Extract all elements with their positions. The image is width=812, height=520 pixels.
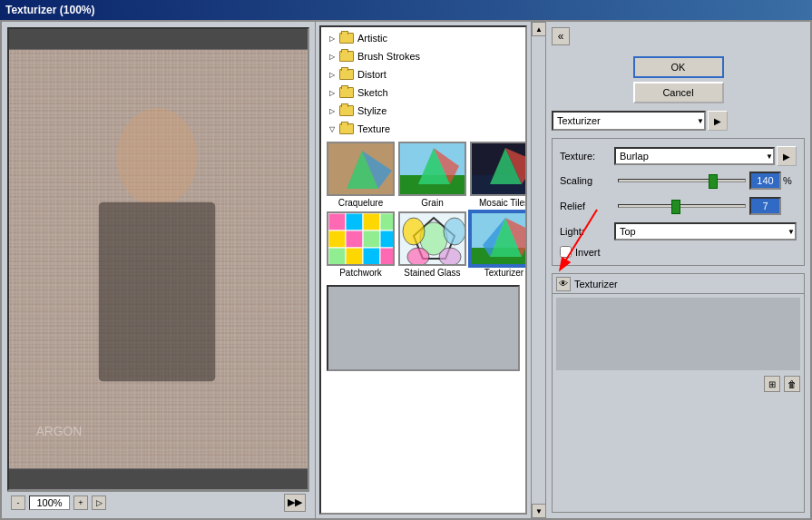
thumbnail-stained-glass[interactable]: Stained Glass xyxy=(398,211,466,278)
light-select-wrapper: Top Top Right Right Bottom Right Bottom … xyxy=(614,222,797,240)
tree-item-sketch[interactable]: ▷ Sketch xyxy=(323,83,523,102)
zoom-display: 100% xyxy=(29,495,70,510)
scaling-value-box: 140 xyxy=(749,172,781,190)
tree-item-distort[interactable]: ▷ Distort xyxy=(323,65,523,83)
svg-rect-36 xyxy=(363,248,380,266)
tree-item-stylize[interactable]: ▷ Stylize xyxy=(323,102,523,120)
cancel-button[interactable]: Cancel xyxy=(633,82,724,103)
left-panel: ARGON - 100% + ▷ ▶▶ xyxy=(2,22,315,518)
scroll-right-btn[interactable]: ▶▶ xyxy=(284,494,306,512)
thumbnail-img-craquelure xyxy=(327,142,395,196)
tree-arrow-artistic: ▷ xyxy=(327,33,338,44)
nav-button[interactable]: ▷ xyxy=(92,495,106,510)
invert-checkbox[interactable] xyxy=(560,246,572,258)
svg-point-41 xyxy=(403,218,425,245)
folder-icon-stylize xyxy=(339,105,354,116)
filter-dropdown[interactable]: Texturizer xyxy=(552,111,706,131)
light-label: Light: xyxy=(560,226,614,237)
thumbnail-craquelure[interactable]: Craquelure xyxy=(327,142,395,208)
filter-options-button[interactable]: ▶ xyxy=(708,111,728,131)
tree-arrow-brush-strokes: ▷ xyxy=(327,51,338,62)
relief-slider-thumb[interactable] xyxy=(671,200,680,214)
thumbnail-grain[interactable]: Grain xyxy=(398,142,466,208)
thumbnail-img-texturizer xyxy=(470,211,527,266)
texture-options-button[interactable]: ▶ xyxy=(777,146,797,166)
ok-button[interactable]: OK xyxy=(633,56,724,78)
thumbnail-label-craquelure: Craquelure xyxy=(338,198,383,208)
svg-rect-35 xyxy=(346,248,363,266)
thumbnail-mosaic-tiles[interactable]: Mosaic Tiles xyxy=(470,142,527,208)
scroll-up-btn[interactable]: ▲ xyxy=(532,22,545,36)
tree-item-texture[interactable]: ▽ Texture xyxy=(323,120,523,138)
layer-delete-button[interactable]: 🗑 xyxy=(784,376,800,392)
svg-point-42 xyxy=(444,218,465,245)
folder-icon-texture xyxy=(339,123,354,134)
thumbnail-img-mosaic xyxy=(470,142,527,196)
scaling-slider-thumb[interactable] xyxy=(709,174,718,189)
main-dialog: ARGON - 100% + ▷ ▶▶ ▷ xyxy=(0,20,812,520)
tree-arrow-distort: ▷ xyxy=(327,69,338,80)
thumbnail-label-stained-glass: Stained Glass xyxy=(404,268,460,278)
svg-rect-30 xyxy=(328,231,346,248)
layer-panel: 👁 Texturizer ⊞ 🗑 xyxy=(552,273,805,513)
svg-text:ARGON: ARGON xyxy=(36,424,83,438)
tree-arrow-sketch: ▷ xyxy=(327,87,338,98)
svg-line-23 xyxy=(526,157,527,162)
relief-slider-track[interactable] xyxy=(618,204,746,208)
light-control-row: Light: Top Top Right Right Bottom Right … xyxy=(560,222,797,240)
texture-dropdown[interactable]: Burlap Canvas Sandstone Brick xyxy=(614,147,775,165)
scroll-down-btn[interactable]: ▼ xyxy=(532,504,545,518)
thumbnail-patchwork[interactable]: Patchwork xyxy=(327,211,395,278)
filter-selector: Texturizer ▶ xyxy=(552,111,805,131)
layer-panel-title: Texturizer xyxy=(574,279,618,289)
layer-add-button[interactable]: ⊞ xyxy=(764,376,780,392)
svg-rect-9 xyxy=(9,50,308,468)
thumbnail-texturizer[interactable]: Texturizer xyxy=(470,211,527,278)
tree-arrow-texture: ▽ xyxy=(327,123,338,134)
svg-rect-27 xyxy=(346,213,363,231)
texture-label: Texture: xyxy=(560,151,614,162)
svg-point-43 xyxy=(407,248,429,266)
svg-rect-31 xyxy=(346,231,363,248)
thumbnail-img-grain xyxy=(398,142,466,196)
svg-line-24 xyxy=(526,166,527,171)
thumbnail-label-grain: Grain xyxy=(421,198,443,208)
filter-list-scrollbar: ▲ ▼ xyxy=(531,22,545,518)
zoom-out-button[interactable]: - xyxy=(11,495,25,510)
folder-icon-distort xyxy=(339,69,354,80)
scaling-row: Scaling 140 % xyxy=(560,172,797,190)
scaling-label: Scaling xyxy=(560,175,614,186)
zoom-in-button[interactable]: + xyxy=(73,495,88,510)
invert-label: Invert xyxy=(575,247,601,258)
svg-rect-34 xyxy=(328,248,346,266)
folder-icon-artistic xyxy=(339,33,354,44)
filter-select-wrapper: Texturizer xyxy=(552,111,706,131)
light-dropdown[interactable]: Top Top Right Right Bottom Right Bottom … xyxy=(614,222,797,240)
filter-list[interactable]: ▷ Artistic ▷ Brush Strokes ▷ xyxy=(319,25,527,515)
scaling-slider-track[interactable] xyxy=(618,179,746,182)
svg-rect-33 xyxy=(380,231,395,248)
texture-control-row: Texture: Burlap Canvas Sandstone Brick ▶ xyxy=(560,146,797,166)
tree-label-sketch: Sketch xyxy=(357,87,388,98)
tree-label-artistic: Artistic xyxy=(357,33,387,44)
title-text: Texturizer (100%) xyxy=(5,4,94,16)
svg-point-44 xyxy=(439,248,461,266)
scroll-track[interactable] xyxy=(532,36,545,504)
thumbnail-label-patchwork: Patchwork xyxy=(339,268,382,278)
tree-item-artistic[interactable]: ▷ Artistic xyxy=(323,29,523,47)
controls-area: Texture: Burlap Canvas Sandstone Brick ▶… xyxy=(552,138,805,266)
scaling-unit: % xyxy=(783,175,797,186)
tree-arrow-stylize: ▷ xyxy=(327,105,338,116)
layer-content xyxy=(556,298,800,370)
thumbnail-img-patchwork xyxy=(327,211,395,266)
collapse-button[interactable]: « xyxy=(552,27,570,45)
eye-icon[interactable]: 👁 xyxy=(556,277,571,291)
thumbnails-grid: Craquelure xyxy=(323,138,523,281)
layer-footer: ⊞ 🗑 xyxy=(553,374,804,394)
folder-icon-sketch xyxy=(339,87,354,98)
relief-label: Relief xyxy=(560,201,614,211)
middle-panel: ▷ Artistic ▷ Brush Strokes ▷ xyxy=(315,22,546,518)
invert-row: Invert xyxy=(560,246,797,258)
tree-item-brush-strokes[interactable]: ▷ Brush Strokes xyxy=(323,47,523,65)
thumbnail-label-texturizer: Texturizer xyxy=(484,268,523,278)
